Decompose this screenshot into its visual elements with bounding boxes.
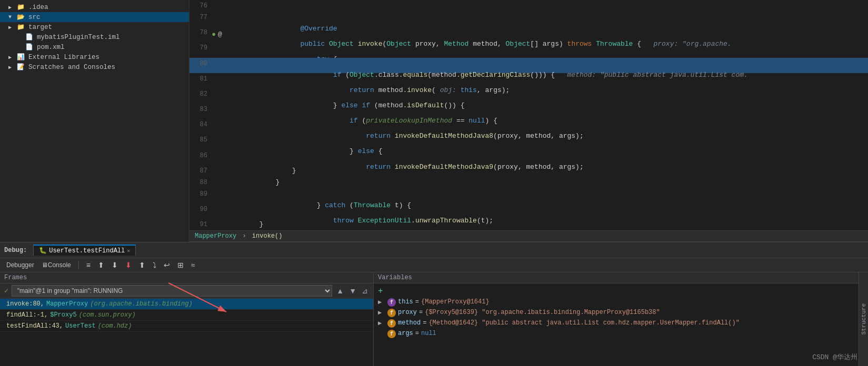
frame-item-3[interactable]: testFindAll:43, UserTest (com.hdz) xyxy=(0,321,373,332)
thread-down-btn[interactable]: ▼ xyxy=(348,286,357,296)
breadcrumb: MapperProxy › invoke() xyxy=(189,230,868,242)
sidebar-item-pom[interactable]: 📄 pom.xml xyxy=(0,42,189,52)
toolbar-force-step-btn[interactable]: ⤵ xyxy=(151,260,158,270)
gutter-80 xyxy=(212,58,222,73)
line-content-87: } xyxy=(222,165,868,177)
line-num-81: 81 xyxy=(189,73,212,88)
sidebar-item-idea[interactable]: 📁 .idea xyxy=(0,2,189,12)
toolbar-step-over-btn[interactable]: ⬇ xyxy=(109,260,120,270)
sidebar-item-scratches[interactable]: 📝 Scratches and Consoles xyxy=(0,62,189,72)
variables-content: + ▶ f this = {MapperProxy@1641} ▶ f xyxy=(374,283,859,366)
var-value-method: {Method@1642} "public abstract java.util… xyxy=(428,319,740,327)
debug-tab-close[interactable]: ✕ xyxy=(127,248,130,254)
toolbar-evaluate-btn[interactable]: ≈ xyxy=(189,260,197,270)
at-sign-78: @ xyxy=(218,30,222,38)
line-content-81: return method.invoke( obj: this, args); xyxy=(222,73,868,88)
line-num-85: 85 xyxy=(189,134,212,149)
thread-filter-btn[interactable]: ⊿ xyxy=(361,286,369,296)
toolbar-step-out-btn[interactable]: ⬇ xyxy=(123,260,134,270)
variables-label: Variables xyxy=(378,274,412,281)
var-expand-proxy[interactable]: ▶ xyxy=(378,309,385,317)
frames-header: Frames xyxy=(0,272,373,283)
gutter-86 xyxy=(212,150,222,165)
code-line-85: 85 } else { xyxy=(189,134,868,149)
structure-label: Structure xyxy=(861,303,867,334)
line-num-82: 82 xyxy=(189,88,212,104)
var-eq-args: = xyxy=(415,330,419,337)
code-line-86: 86 return invokeDefaultMethodJava9(proxy… xyxy=(189,150,868,165)
line-num-77: 77 xyxy=(189,12,212,27)
xml-icon: 📄 xyxy=(25,43,35,51)
bottom-panel: Debug: 🐛 UserTest.testFindAll ✕ Debugger… xyxy=(0,242,868,366)
gutter-91 xyxy=(212,219,222,230)
thread-select[interactable]: "main"@1 in group "main": RUNNING xyxy=(12,285,332,297)
breadcrumb-sep: › xyxy=(242,232,246,240)
sidebar-label-scratches: Scratches and Consoles xyxy=(28,64,115,71)
breadcrumb-class[interactable]: MapperProxy xyxy=(195,232,236,240)
code-line-89: 89 } catch (Throwable t) { xyxy=(189,188,868,204)
line-content-85: } else { xyxy=(222,134,868,149)
frame-class-1: MapperProxy xyxy=(46,300,88,308)
debug-tab-icon: 🐛 xyxy=(39,247,47,255)
line-content-78: public Object invoke(Object proxy, Metho… xyxy=(222,27,868,42)
code-line-76: 76 xyxy=(189,0,868,12)
arrow-external xyxy=(8,54,17,60)
toolbar-step-up-btn[interactable]: ⬆ xyxy=(137,260,147,270)
gutter-81 xyxy=(212,73,222,88)
line-content-82: } else if (method.isDefault()) { xyxy=(222,88,868,104)
frames-label: Frames xyxy=(4,274,27,281)
var-item-args: ▶ f args = null xyxy=(374,329,859,339)
line-num-90: 90 xyxy=(189,204,212,219)
line-content-86: return invokeDefaultMethodJava9(proxy, m… xyxy=(222,150,868,165)
debug-tab-usertest[interactable]: 🐛 UserTest.testFindAll ✕ xyxy=(33,245,136,256)
sidebar: 📁 .idea 📂 src 📁 target 📄 mybatisPluginTe… xyxy=(0,0,189,242)
thread-check-icon: ✓ xyxy=(4,287,8,295)
frame-class-2: $Proxy5 xyxy=(50,311,76,319)
structure-sidebar[interactable]: Structure xyxy=(859,272,868,366)
frame-item-1[interactable]: invoke:80, MapperProxy (org.apache.ibati… xyxy=(0,299,373,310)
var-expand-args: ▶ xyxy=(378,330,385,338)
toolbar-alt-step-btn[interactable]: ↩ xyxy=(162,260,172,270)
sidebar-item-src[interactable]: 📂 src xyxy=(0,12,189,22)
var-eq-this: = xyxy=(415,298,419,306)
frames-panel: Frames ✓ "main"@1 in group "main": RUNNI… xyxy=(0,272,374,366)
sidebar-item-external[interactable]: 📊 External Libraries xyxy=(0,52,189,62)
var-add-btn[interactable]: + xyxy=(378,287,383,296)
var-expand-this[interactable]: ▶ xyxy=(378,298,385,306)
var-item-method: ▶ f method = {Method@1642} "public abstr… xyxy=(374,318,859,329)
var-add-row: + xyxy=(374,286,859,297)
console-icon: 🖥 xyxy=(42,261,48,269)
folder-icon-external: 📊 xyxy=(17,53,26,61)
var-icon-proxy: f xyxy=(387,309,396,317)
sidebar-item-target[interactable]: 📁 target xyxy=(0,22,189,32)
frame-item-2[interactable]: findAll:-1, $Proxy5 (com.sun.proxy) xyxy=(0,310,373,321)
toolbar-debugger-btn[interactable]: Debugger xyxy=(4,260,36,270)
thread-up-btn[interactable]: ▲ xyxy=(335,286,345,296)
breadcrumb-method[interactable]: invoke() xyxy=(252,232,283,240)
var-expand-method[interactable]: ▶ xyxy=(378,319,385,327)
toolbar-console-btn[interactable]: 🖥 Console xyxy=(39,260,73,270)
arrow-target xyxy=(8,24,17,30)
var-eq-method: = xyxy=(423,319,426,327)
line-num-89: 89 xyxy=(189,188,212,204)
line-content-77: @Override xyxy=(222,12,868,27)
code-line-88: 88 } xyxy=(189,177,868,188)
gutter-89 xyxy=(212,188,222,204)
var-name-proxy: proxy xyxy=(398,309,417,316)
toolbar-watch-btn[interactable]: ⊞ xyxy=(175,260,186,270)
code-line-90: 90 throw ExceptionUtil.unwrapThrowable(t… xyxy=(189,204,868,219)
toolbar-settings-btn[interactable]: ≡ xyxy=(84,260,93,270)
debug-toolbar: Debugger 🖥 Console ≡ ⬆ ⬇ ⬇ ⬆ ⤵ ↩ ⊞ ≈ xyxy=(0,258,868,272)
code-line-84: 84 return invokeDefaultMethodJava8(proxy… xyxy=(189,119,868,134)
sidebar-item-iml[interactable]: 📄 mybatisPluginTest.iml xyxy=(0,32,189,42)
folder-icon-src: 📂 xyxy=(17,13,26,21)
var-item-proxy: ▶ f proxy = {$Proxy5@1639} "org.apache.i… xyxy=(374,308,859,318)
sidebar-label-external: External Libraries xyxy=(28,54,99,61)
toolbar-restore-btn[interactable]: ⬆ xyxy=(96,260,106,270)
gutter-88 xyxy=(212,177,222,188)
frame-package-2: (com.sun.proxy) xyxy=(79,311,136,319)
variables-panel: Variables + ▶ f this = {MapperProxy@1641 xyxy=(374,272,859,366)
main-container: 📁 .idea 📂 src 📁 target 📄 mybatisPluginTe… xyxy=(0,0,868,366)
sidebar-label-iml: mybatisPluginTest.iml xyxy=(37,34,120,41)
arrow-idea xyxy=(8,4,17,11)
